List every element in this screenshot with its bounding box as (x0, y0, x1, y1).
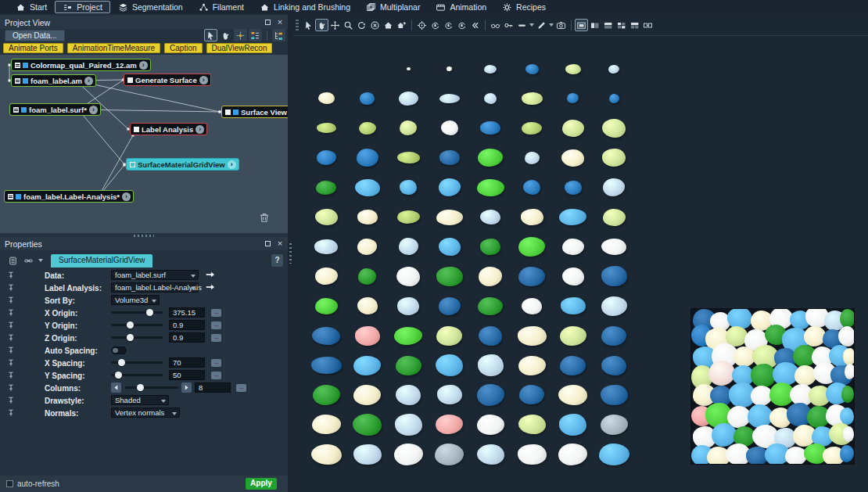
surface-particle[interactable] (479, 326, 502, 346)
value-field[interactable]: 8 (195, 382, 231, 393)
node-expand-badge[interactable]: › (89, 106, 98, 114)
surface-particle[interactable] (559, 414, 586, 436)
surface-particle[interactable] (522, 298, 542, 314)
surface-particle[interactable] (315, 209, 338, 225)
pv-interaction-mode[interactable] (234, 29, 247, 41)
node-expand-badge[interactable]: › (84, 77, 93, 85)
surface-particle[interactable] (311, 444, 342, 465)
tab-start[interactable]: Start (8, 1, 55, 13)
surface-particle[interactable] (562, 239, 584, 255)
rotate-z-view[interactable] (455, 19, 468, 31)
tab-animation[interactable]: Animation (428, 1, 494, 13)
node-editor[interactable]: Colormap_qual_Paired_12.am›foam_label.am… (0, 55, 288, 233)
module-tab[interactable]: SurfaceMaterialGridView (51, 254, 152, 268)
surface-particle[interactable] (400, 180, 417, 195)
more-options-button[interactable]: ... (236, 384, 246, 392)
surface-particle[interactable] (439, 94, 460, 103)
node-surface-view[interactable]: Surface View› (221, 106, 288, 118)
surface-particle[interactable] (558, 444, 587, 465)
surface-particle[interactable] (602, 119, 626, 138)
surface-particle[interactable] (353, 385, 381, 405)
surface-particle[interactable] (317, 150, 336, 165)
surface-particle[interactable] (353, 414, 382, 436)
surface-particle[interactable] (312, 415, 341, 434)
properties-float-button[interactable] (263, 239, 272, 248)
surface-particle[interactable] (396, 267, 420, 286)
surface-particle[interactable] (394, 327, 422, 345)
more-options-button[interactable]: ... (211, 309, 221, 317)
snapshot-tool[interactable] (554, 19, 568, 31)
step-down-button[interactable] (111, 382, 121, 393)
property-select[interactable]: Volume3d (111, 295, 160, 305)
pin-icon[interactable] (6, 271, 16, 280)
surface-particle[interactable] (397, 152, 420, 163)
surface-particle[interactable] (559, 209, 586, 225)
pin-icon[interactable] (6, 358, 16, 368)
surface-particle[interactable] (518, 356, 546, 375)
more-options-button[interactable]: ... (211, 372, 221, 379)
viewport-3d-canvas[interactable] (293, 35, 868, 492)
surface-particle[interactable] (562, 120, 584, 137)
surface-particle[interactable] (608, 65, 619, 74)
surface-particle[interactable] (396, 356, 421, 375)
node-foam-label-am[interactable]: foam_label.am› (11, 74, 96, 87)
pin-icon[interactable] (6, 408, 16, 418)
node-colormap[interactable]: Colormap_qual_Paired_12.am› (11, 59, 151, 71)
surface-particle[interactable] (601, 296, 627, 316)
surface-particle[interactable] (558, 385, 587, 405)
surface-particle[interactable] (602, 149, 626, 167)
surface-particle[interactable] (396, 385, 421, 405)
surface-particle[interactable] (315, 268, 338, 285)
slider-handle[interactable] (137, 384, 144, 391)
surface-particle[interactable] (567, 93, 579, 103)
surface-particle[interactable] (601, 266, 627, 286)
surface-particle[interactable] (601, 415, 628, 435)
seek-tool[interactable] (415, 19, 429, 31)
surface-particle[interactable] (565, 181, 582, 195)
node-expand-badge[interactable]: › (195, 125, 204, 134)
surface-particle[interactable] (484, 93, 497, 104)
surface-particle[interactable] (525, 64, 539, 74)
surface-particle[interactable] (355, 179, 380, 196)
surface-particle[interactable] (436, 415, 463, 434)
slider-handle[interactable] (115, 372, 122, 379)
surface-particle[interactable] (477, 444, 504, 465)
surface-particle[interactable] (522, 92, 543, 105)
stereo-view[interactable] (489, 19, 502, 31)
zoom-tool[interactable] (342, 19, 355, 31)
surface-particle[interactable] (360, 92, 375, 105)
surface-particle[interactable] (484, 65, 497, 74)
properties-close-button[interactable]: × (275, 239, 285, 248)
pin-icon[interactable] (6, 396, 16, 405)
connect-arrow-icon[interactable] (205, 282, 216, 293)
pin-icon[interactable] (6, 296, 16, 305)
surface-particle[interactable] (519, 385, 544, 404)
connect-arrow-icon[interactable] (205, 269, 216, 280)
pin-icon[interactable] (6, 383, 16, 393)
slider-track[interactable] (111, 361, 163, 364)
node-grid-view[interactable]: SurfaceMaterialGridView› (126, 158, 239, 171)
link-options-caret[interactable] (38, 254, 44, 267)
surface-particle[interactable] (437, 385, 462, 404)
node-expand-badge[interactable]: › (199, 76, 208, 84)
surface-particle[interactable] (311, 357, 342, 374)
node-expand-badge[interactable]: › (139, 61, 148, 70)
surface-particle[interactable] (603, 209, 626, 226)
tab-recipes[interactable]: Recipes (494, 1, 554, 13)
annotation-tool[interactable] (535, 19, 548, 31)
trash-icon[interactable] (258, 211, 271, 224)
rotate-x-view[interactable] (429, 19, 442, 31)
slider-handle[interactable] (127, 321, 134, 329)
slider-handle[interactable] (127, 334, 134, 341)
surface-particle[interactable] (317, 123, 336, 133)
surface-particle[interactable] (601, 326, 626, 346)
more-options-button[interactable]: ... (211, 334, 221, 342)
value-field[interactable]: 0.9 (169, 332, 205, 343)
surface-particle[interactable] (518, 326, 547, 346)
surface-particle[interactable] (518, 415, 546, 434)
surface-particle[interactable] (394, 444, 423, 465)
annotation-tool-caret[interactable] (548, 19, 554, 31)
home-view[interactable] (382, 19, 395, 31)
surface-particle[interactable] (477, 415, 504, 435)
surface-particle[interactable] (436, 354, 463, 376)
